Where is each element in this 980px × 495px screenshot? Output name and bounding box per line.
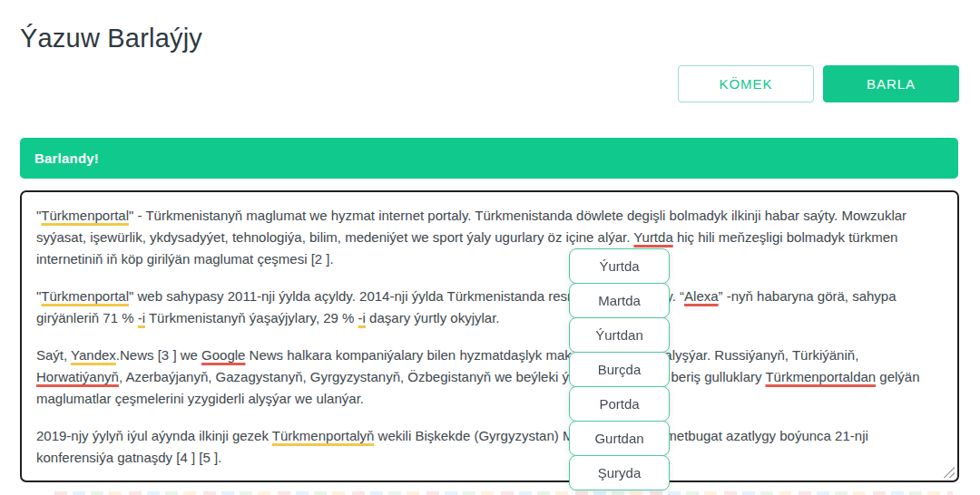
misspelled-word[interactable]: Alexa — [684, 288, 719, 304]
misspelled-word[interactable]: -i — [358, 310, 366, 325]
misspelled-word[interactable]: Yandex — [71, 347, 116, 363]
resize-handle-icon[interactable] — [944, 467, 955, 478]
text-editor[interactable]: Активация Windows Чтобы активировать Win… — [20, 190, 959, 482]
suggestion-item[interactable]: Şuryda — [569, 455, 670, 490]
misspelled-word[interactable]: Yurtda — [633, 229, 672, 245]
misspelled-word[interactable]: Google — [201, 347, 245, 363]
page-title: Ýazuw Barlaýjy — [20, 24, 202, 53]
paragraph: Saýt, Yandex.News [3 ] we Google News ha… — [36, 345, 943, 410]
suggestion-item[interactable]: Burçda — [569, 352, 670, 387]
action-buttons: KÖMEK BARLA — [678, 65, 959, 102]
misspelled-word[interactable]: Türkmenportalyň — [272, 428, 375, 443]
cutoff-content-strip — [54, 491, 953, 495]
misspelled-word[interactable]: Türkmenportal — [41, 208, 129, 223]
text-segment: News halkara kompaniýalary bilen hyzmatd… — [245, 347, 858, 363]
misspelled-word[interactable]: Horwatiýanyň — [36, 369, 119, 384]
page: Ýazuw Barlaýjy KÖMEK BARLA Barlandy! Акт… — [0, 0, 980, 495]
check-button[interactable]: BARLA — [823, 65, 959, 102]
success-banner-text: Barlandy! — [34, 150, 99, 166]
text-segment: 2019-njy ýylyň iýul aýynda ilkinji gezek — [36, 428, 272, 443]
paragraph: "Türkmenportal" web sahypasy 2011-nji ýy… — [36, 286, 943, 329]
success-banner: Barlandy! — [20, 138, 958, 179]
editor-content: "Türkmenportal" - Türkmenistanyň magluma… — [36, 205, 943, 469]
text-segment: daşary ýurtly okyjylar. — [366, 310, 500, 325]
misspelled-word[interactable]: Türkmenportaldan — [765, 369, 876, 384]
text-segment: Saýt, — [36, 347, 71, 363]
paragraph: "Türkmenportal" - Türkmenistanyň magluma… — [36, 205, 943, 270]
suggestion-item[interactable]: Martda — [569, 283, 670, 318]
paragraph: 2019-njy ýylyň iýul aýynda ilkinji gezek… — [36, 425, 943, 469]
text-segment: Türkmenistanyň ýaşaýjylary, 29 % — [145, 310, 358, 325]
suggestion-item[interactable]: Ýurtdan — [569, 317, 670, 353]
suggestion-item[interactable]: Ýurtda — [569, 248, 670, 284]
help-button[interactable]: KÖMEK — [678, 65, 814, 102]
suggestion-item[interactable]: Portda — [569, 386, 670, 422]
suggestion-item[interactable]: Gurtdan — [569, 421, 670, 456]
suggestion-dropdown: ÝurtdaMartdaÝurtdanBurçdaPortdaGurtdanŞu… — [569, 248, 670, 490]
text-segment: .News [3 ] we — [116, 347, 201, 363]
misspelled-word[interactable]: -i — [138, 310, 145, 325]
misspelled-word[interactable]: Türkmenportal — [41, 288, 129, 304]
